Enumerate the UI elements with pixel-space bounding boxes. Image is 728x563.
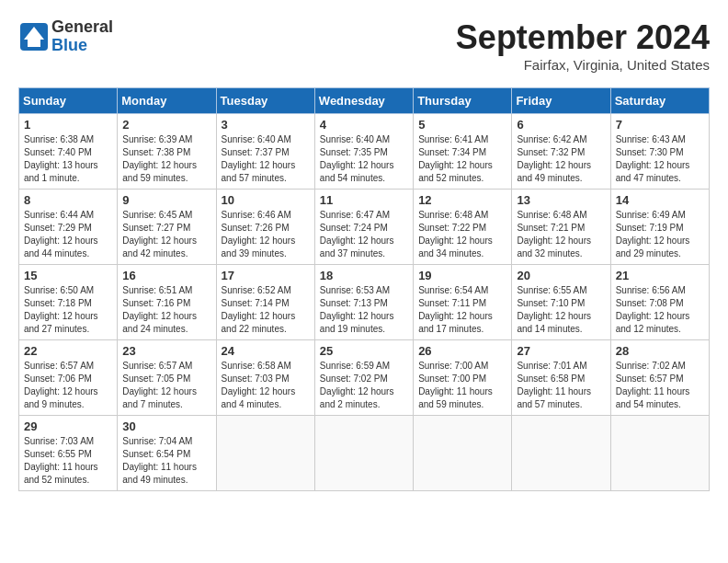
svg-rect-2 bbox=[28, 40, 40, 47]
logo-blue-text: Blue bbox=[51, 36, 87, 54]
day-number: 10 bbox=[222, 193, 310, 207]
calendar-cell: 9Sunrise: 6:45 AMSunset: 7:27 PMDaylight… bbox=[118, 190, 216, 265]
calendar-cell: 29Sunrise: 7:03 AMSunset: 6:55 PMDayligh… bbox=[19, 416, 118, 491]
day-number: 29 bbox=[24, 419, 112, 433]
page-header: General Blue September 2024 Fairfax, Vir… bbox=[18, 18, 710, 73]
logo-general-text: General bbox=[51, 17, 113, 36]
cell-info: Sunrise: 6:44 AMSunset: 7:29 PMDaylight:… bbox=[24, 210, 98, 259]
calendar-cell: 25Sunrise: 6:59 AMSunset: 7:02 PMDayligh… bbox=[314, 340, 413, 416]
weekday-header-thursday: Thursday bbox=[414, 88, 512, 114]
cell-info: Sunrise: 6:45 AMSunset: 7:27 PMDaylight:… bbox=[122, 210, 197, 259]
day-number: 30 bbox=[122, 419, 210, 433]
cell-info: Sunrise: 6:53 AMSunset: 7:13 PMDaylight:… bbox=[320, 285, 394, 334]
cell-info: Sunrise: 6:49 AMSunset: 7:19 PMDaylight:… bbox=[616, 210, 690, 259]
cell-info: Sunrise: 7:03 AMSunset: 6:55 PMDaylight:… bbox=[24, 436, 98, 485]
day-number: 8 bbox=[24, 193, 112, 207]
title-block: September 2024 Fairfax, Virginia, United… bbox=[456, 18, 710, 73]
day-number: 9 bbox=[122, 193, 210, 207]
cell-info: Sunrise: 7:04 AMSunset: 6:54 PMDaylight:… bbox=[122, 436, 197, 485]
cell-info: Sunrise: 6:57 AMSunset: 7:06 PMDaylight:… bbox=[24, 361, 98, 409]
weekday-header-saturday: Saturday bbox=[610, 88, 709, 114]
calendar-cell: 12Sunrise: 6:48 AMSunset: 7:22 PMDayligh… bbox=[414, 190, 512, 265]
cell-info: Sunrise: 6:40 AMSunset: 7:35 PMDaylight:… bbox=[320, 134, 394, 183]
calendar-cell: 23Sunrise: 6:57 AMSunset: 7:05 PMDayligh… bbox=[118, 340, 216, 416]
calendar-cell: 8Sunrise: 6:44 AMSunset: 7:29 PMDaylight… bbox=[19, 190, 118, 265]
calendar-cell bbox=[414, 416, 512, 491]
cell-info: Sunrise: 6:50 AMSunset: 7:18 PMDaylight:… bbox=[24, 285, 98, 334]
calendar-cell: 28Sunrise: 7:02 AMSunset: 6:57 PMDayligh… bbox=[610, 340, 709, 416]
calendar-cell: 2Sunrise: 6:39 AMSunset: 7:38 PMDaylight… bbox=[118, 114, 216, 190]
day-number: 26 bbox=[418, 344, 506, 358]
day-number: 25 bbox=[320, 344, 408, 358]
cell-info: Sunrise: 6:48 AMSunset: 7:21 PMDaylight:… bbox=[517, 210, 591, 259]
day-number: 19 bbox=[418, 269, 506, 282]
cell-info: Sunrise: 6:39 AMSunset: 7:38 PMDaylight:… bbox=[122, 134, 197, 183]
day-number: 22 bbox=[24, 344, 112, 358]
cell-info: Sunrise: 6:55 AMSunset: 7:10 PMDaylight:… bbox=[517, 285, 591, 334]
day-number: 4 bbox=[320, 118, 408, 132]
calendar-cell: 3Sunrise: 6:40 AMSunset: 7:37 PMDaylight… bbox=[216, 114, 314, 190]
day-number: 5 bbox=[418, 118, 506, 132]
calendar-week-3: 15Sunrise: 6:50 AMSunset: 7:18 PMDayligh… bbox=[19, 265, 710, 340]
weekday-header-monday: Monday bbox=[118, 88, 216, 114]
cell-info: Sunrise: 6:52 AMSunset: 7:14 PMDaylight:… bbox=[222, 285, 296, 334]
day-number: 3 bbox=[222, 118, 310, 132]
calendar-cell: 11Sunrise: 6:47 AMSunset: 7:24 PMDayligh… bbox=[314, 190, 413, 265]
cell-info: Sunrise: 6:51 AMSunset: 7:16 PMDaylight:… bbox=[122, 285, 197, 334]
cell-info: Sunrise: 6:41 AMSunset: 7:34 PMDaylight:… bbox=[418, 134, 493, 183]
day-number: 7 bbox=[616, 118, 704, 132]
cell-info: Sunrise: 6:58 AMSunset: 7:03 PMDaylight:… bbox=[222, 361, 296, 409]
weekday-header-tuesday: Tuesday bbox=[216, 88, 314, 114]
calendar-table: SundayMondayTuesdayWednesdayThursdayFrid… bbox=[18, 87, 710, 491]
day-number: 24 bbox=[222, 344, 310, 358]
weekday-header-row: SundayMondayTuesdayWednesdayThursdayFrid… bbox=[19, 88, 710, 114]
calendar-cell: 6Sunrise: 6:42 AMSunset: 7:32 PMDaylight… bbox=[512, 114, 610, 190]
calendar-cell: 20Sunrise: 6:55 AMSunset: 7:10 PMDayligh… bbox=[512, 265, 610, 340]
calendar-cell: 17Sunrise: 6:52 AMSunset: 7:14 PMDayligh… bbox=[216, 265, 314, 340]
logo-icon bbox=[18, 21, 50, 52]
calendar-cell bbox=[314, 416, 413, 491]
calendar-cell: 14Sunrise: 6:49 AMSunset: 7:19 PMDayligh… bbox=[610, 190, 709, 265]
day-number: 18 bbox=[320, 269, 408, 282]
weekday-header-friday: Friday bbox=[512, 88, 610, 114]
calendar-cell: 7Sunrise: 6:43 AMSunset: 7:30 PMDaylight… bbox=[610, 114, 709, 190]
calendar-cell bbox=[512, 416, 610, 491]
calendar-cell: 21Sunrise: 6:56 AMSunset: 7:08 PMDayligh… bbox=[610, 265, 709, 340]
calendar-cell: 16Sunrise: 6:51 AMSunset: 7:16 PMDayligh… bbox=[118, 265, 216, 340]
month-title: September 2024 bbox=[456, 18, 710, 57]
location-text: Fairfax, Virginia, United States bbox=[456, 57, 710, 73]
cell-info: Sunrise: 6:59 AMSunset: 7:02 PMDaylight:… bbox=[320, 361, 394, 409]
day-number: 1 bbox=[24, 118, 112, 132]
day-number: 17 bbox=[222, 269, 310, 282]
cell-info: Sunrise: 6:38 AMSunset: 7:40 PMDaylight:… bbox=[24, 134, 98, 183]
calendar-cell: 24Sunrise: 6:58 AMSunset: 7:03 PMDayligh… bbox=[216, 340, 314, 416]
day-number: 6 bbox=[517, 118, 605, 132]
day-number: 15 bbox=[24, 269, 112, 282]
day-number: 14 bbox=[616, 193, 704, 207]
day-number: 11 bbox=[320, 193, 408, 207]
calendar-cell: 18Sunrise: 6:53 AMSunset: 7:13 PMDayligh… bbox=[314, 265, 413, 340]
cell-info: Sunrise: 6:42 AMSunset: 7:32 PMDaylight:… bbox=[517, 134, 591, 183]
calendar-week-4: 22Sunrise: 6:57 AMSunset: 7:06 PMDayligh… bbox=[19, 340, 710, 416]
weekday-header-wednesday: Wednesday bbox=[314, 88, 413, 114]
calendar-cell bbox=[610, 416, 709, 491]
day-number: 16 bbox=[122, 269, 210, 282]
logo: General Blue bbox=[18, 18, 113, 55]
day-number: 2 bbox=[122, 118, 210, 132]
calendar-cell: 22Sunrise: 6:57 AMSunset: 7:06 PMDayligh… bbox=[19, 340, 118, 416]
cell-info: Sunrise: 6:47 AMSunset: 7:24 PMDaylight:… bbox=[320, 210, 394, 259]
day-number: 28 bbox=[616, 344, 704, 358]
day-number: 20 bbox=[517, 269, 605, 282]
calendar-cell: 5Sunrise: 6:41 AMSunset: 7:34 PMDaylight… bbox=[414, 114, 512, 190]
cell-info: Sunrise: 7:01 AMSunset: 6:58 PMDaylight:… bbox=[517, 361, 591, 409]
cell-info: Sunrise: 6:43 AMSunset: 7:30 PMDaylight:… bbox=[616, 134, 690, 183]
day-number: 21 bbox=[616, 269, 704, 282]
calendar-cell bbox=[216, 416, 314, 491]
calendar-cell: 1Sunrise: 6:38 AMSunset: 7:40 PMDaylight… bbox=[19, 114, 118, 190]
calendar-cell: 13Sunrise: 6:48 AMSunset: 7:21 PMDayligh… bbox=[512, 190, 610, 265]
cell-info: Sunrise: 6:56 AMSunset: 7:08 PMDaylight:… bbox=[616, 285, 690, 334]
day-number: 12 bbox=[418, 193, 506, 207]
cell-info: Sunrise: 6:46 AMSunset: 7:26 PMDaylight:… bbox=[222, 210, 296, 259]
cell-info: Sunrise: 7:00 AMSunset: 7:00 PMDaylight:… bbox=[418, 361, 493, 409]
weekday-header-sunday: Sunday bbox=[19, 88, 118, 114]
